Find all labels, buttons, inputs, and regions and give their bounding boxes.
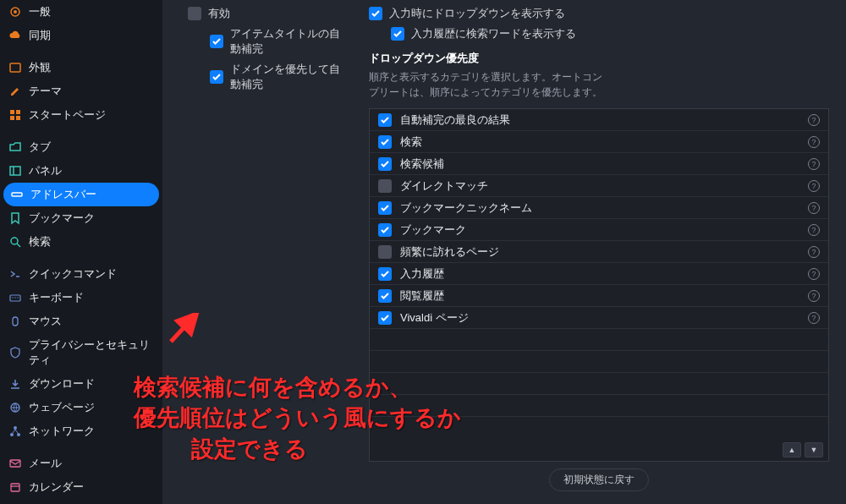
help-icon[interactable]: ? bbox=[808, 136, 820, 148]
sidebar-item-privacy[interactable]: プライバシーとセキュリティ bbox=[0, 333, 162, 372]
keyboard-icon bbox=[8, 291, 22, 304]
svg-rect-16 bbox=[13, 317, 18, 326]
sidebar-item-tabs[interactable]: タブ bbox=[0, 135, 162, 159]
priority-item[interactable]: ブックマーク ? bbox=[370, 219, 828, 241]
sidebar-item-webpage[interactable]: ウェブページ bbox=[0, 396, 162, 419]
sidebar-item-mail[interactable]: メール bbox=[0, 452, 162, 475]
priority-empty-row bbox=[370, 417, 828, 439]
priority-item[interactable]: 閲覧履歴 ? bbox=[370, 285, 828, 307]
reset-button[interactable]: 初期状態に戻す bbox=[549, 468, 649, 491]
checkbox-icon[interactable] bbox=[391, 27, 404, 41]
mail-icon bbox=[8, 457, 22, 470]
priority-item[interactable]: ブックマークニックネーム ? bbox=[370, 197, 828, 219]
opt-label: 有効 bbox=[208, 6, 230, 21]
opt-enabled[interactable]: 有効 bbox=[188, 3, 349, 24]
sidebar-item-panel[interactable]: パネル bbox=[0, 159, 162, 183]
settings-main: 有効 アイテムタイトルの自動補完 ドメインを優先して自動補完 入力時にドロップダ… bbox=[162, 0, 846, 504]
opt-show-search-in-history[interactable]: 入力履歴に検索ワードを表示する bbox=[369, 24, 829, 44]
sidebar-item-appearance[interactable]: 外観 bbox=[0, 56, 162, 79]
priority-item[interactable]: ダイレクトマッチ ? bbox=[370, 175, 828, 197]
tab-icon bbox=[8, 140, 22, 154]
move-down-button[interactable]: ▼ bbox=[805, 442, 823, 457]
sidebar-item-theme[interactable]: テーマ bbox=[0, 79, 162, 103]
help-icon[interactable]: ? bbox=[808, 224, 820, 236]
checkbox-icon[interactable] bbox=[378, 245, 392, 259]
help-icon[interactable]: ? bbox=[808, 312, 820, 324]
checkbox-icon[interactable] bbox=[378, 289, 392, 303]
move-up-button[interactable]: ▲ bbox=[783, 442, 801, 457]
priority-item[interactable]: Vivaldi ページ ? bbox=[370, 307, 828, 329]
sidebar-item-general[interactable]: 一般 bbox=[0, 0, 162, 24]
opt-title-autocomplete[interactable]: アイテムタイトルの自動補完 bbox=[188, 24, 349, 59]
opt-label: 入力履歴に検索ワードを表示する bbox=[411, 26, 576, 41]
svg-point-1 bbox=[14, 10, 17, 14]
sidebar-label: アドレスバー bbox=[30, 187, 96, 202]
checkbox-icon[interactable] bbox=[378, 135, 392, 149]
sidebar-label: ウェブページ bbox=[29, 400, 95, 415]
sidebar-item-feed[interactable]: フィード bbox=[0, 499, 162, 504]
priority-label: 自動補完の最良の結果 bbox=[400, 112, 808, 128]
mouse-icon bbox=[8, 315, 22, 328]
checkbox-icon[interactable] bbox=[378, 179, 392, 193]
priority-reorder-controls: ▲ ▼ bbox=[370, 439, 828, 461]
download-icon bbox=[8, 377, 22, 391]
help-icon[interactable]: ? bbox=[808, 246, 820, 258]
help-icon[interactable]: ? bbox=[808, 158, 820, 170]
checkbox-icon[interactable] bbox=[378, 223, 392, 237]
network-icon bbox=[8, 425, 22, 438]
priority-item[interactable]: 検索 ? bbox=[370, 131, 828, 153]
priority-desc: 順序と表示するカテゴリを選択します。オートコン プリートは、順序によってカテゴリ… bbox=[369, 69, 829, 100]
grid-icon bbox=[8, 108, 22, 122]
shield-icon bbox=[8, 346, 22, 359]
sidebar-item-keyboard[interactable]: キーボード bbox=[0, 286, 162, 310]
checkbox-icon[interactable] bbox=[369, 7, 382, 20]
command-icon bbox=[8, 267, 22, 281]
checkbox-icon[interactable] bbox=[210, 70, 223, 84]
sidebar-item-bookmarks[interactable]: ブックマーク bbox=[0, 206, 162, 230]
sidebar-item-calendar[interactable]: カレンダー bbox=[0, 475, 162, 499]
sidebar-label: キーボード bbox=[29, 290, 84, 305]
panel-icon bbox=[8, 164, 22, 178]
sidebar-item-network[interactable]: ネットワーク bbox=[0, 419, 162, 443]
sidebar-label: カレンダー bbox=[29, 479, 84, 495]
sidebar-item-quickcommand[interactable]: クイックコマンド bbox=[0, 262, 162, 286]
opt-show-dropdown[interactable]: 入力時にドロップダウンを表示する bbox=[369, 3, 829, 24]
svg-point-20 bbox=[14, 426, 17, 430]
help-icon[interactable]: ? bbox=[808, 202, 820, 214]
sidebar-item-addressbar[interactable]: アドレスバー bbox=[3, 183, 159, 206]
help-icon[interactable]: ? bbox=[808, 290, 820, 302]
checkbox-icon[interactable] bbox=[378, 201, 392, 215]
checkbox-icon[interactable] bbox=[378, 113, 392, 127]
priority-item[interactable]: 検索候補 ? bbox=[370, 153, 828, 175]
priority-item[interactable]: 自動補完の最良の結果 ? bbox=[370, 109, 828, 131]
help-icon[interactable]: ? bbox=[808, 180, 820, 192]
sidebar-item-startpage[interactable]: スタートページ bbox=[0, 103, 162, 127]
checkbox-icon[interactable] bbox=[378, 157, 392, 171]
checkbox-icon[interactable] bbox=[188, 7, 201, 20]
svg-rect-21 bbox=[10, 460, 20, 467]
help-icon[interactable]: ? bbox=[808, 268, 820, 280]
svg-line-11 bbox=[17, 244, 20, 247]
sidebar-item-sync[interactable]: 同期 bbox=[0, 24, 162, 47]
sidebar-label: パネル bbox=[29, 163, 62, 178]
sidebar-item-search[interactable]: 検索 bbox=[0, 230, 162, 254]
checkbox-icon[interactable] bbox=[378, 267, 392, 281]
priority-item[interactable]: 入力履歴 ? bbox=[370, 263, 828, 285]
sidebar-label: 検索 bbox=[29, 234, 51, 249]
priority-label: ブックマーク bbox=[400, 222, 808, 238]
sidebar-item-mouse[interactable]: マウス bbox=[0, 310, 162, 333]
checkbox-icon[interactable] bbox=[210, 35, 223, 48]
opt-domain-priority[interactable]: ドメインを優先して自動補完 bbox=[188, 59, 349, 95]
sidebar-label: クイックコマンド bbox=[29, 266, 117, 282]
sidebar-label: 外観 bbox=[29, 60, 51, 75]
priority-item[interactable]: 頻繁に訪れるページ ? bbox=[370, 241, 828, 263]
sidebar-label: 一般 bbox=[29, 4, 51, 19]
priority-label: 検索候補 bbox=[400, 156, 808, 172]
sidebar-item-download[interactable]: ダウンロード bbox=[0, 372, 162, 396]
sidebar-label: ブックマーク bbox=[29, 211, 95, 226]
help-icon[interactable]: ? bbox=[808, 114, 820, 126]
priority-label: ダイレクトマッチ bbox=[400, 178, 808, 194]
sidebar-label: メール bbox=[29, 456, 62, 471]
opt-label: ドメインを優先して自動補完 bbox=[230, 62, 349, 92]
checkbox-icon[interactable] bbox=[378, 311, 392, 325]
